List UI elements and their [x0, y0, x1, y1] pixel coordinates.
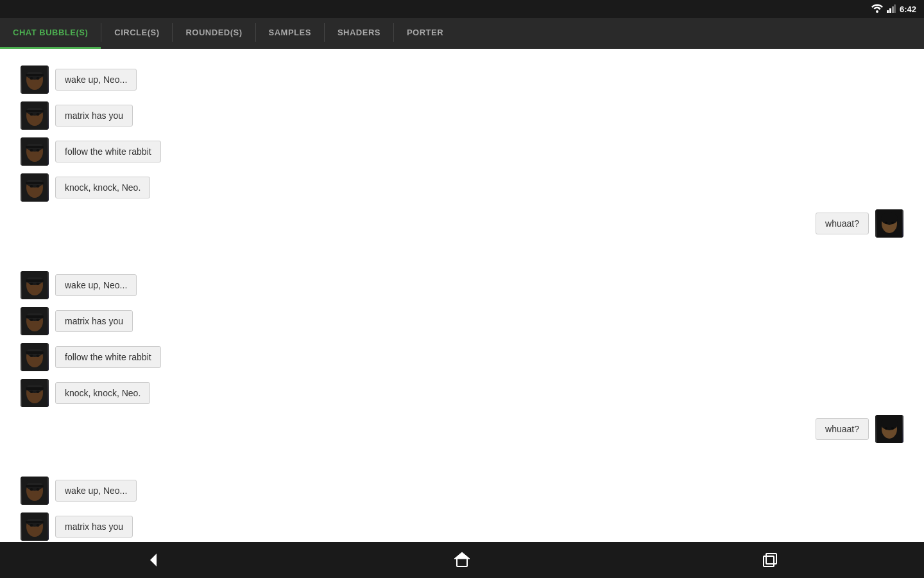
spacer-1 [0, 252, 924, 262]
svg-point-56 [37, 355, 40, 357]
svg-point-22 [30, 149, 33, 152]
avatar-morpheus-7 [21, 343, 49, 371]
tab-chat-bubbles[interactable]: CHAT BUBBLE(S) [0, 18, 101, 49]
svg-rect-32 [26, 182, 44, 184]
svg-point-82 [37, 524, 40, 527]
svg-point-9 [37, 77, 40, 80]
chat-group-1: wake up, Neo... matrix has you [0, 57, 924, 247]
wifi-icon [871, 4, 883, 15]
svg-point-42 [37, 283, 40, 285]
tab-bar: CHAT BUBBLE(S) CIRCLE(S) ROUNDED(S) SAMP… [0, 18, 924, 49]
chat-group-2: wake up, Neo... matrix has you [0, 262, 924, 452]
svg-rect-58 [26, 351, 44, 354]
avatar-morpheus-9 [21, 477, 49, 505]
svg-point-35 [881, 212, 898, 225]
svg-point-63 [37, 390, 40, 393]
main-content: wake up, Neo... matrix has you [0, 49, 924, 542]
avatar-morpheus-4 [21, 173, 49, 202]
svg-rect-65 [26, 387, 44, 390]
tab-porter[interactable]: PORTER [394, 18, 456, 49]
tab-samples[interactable]: SAMPLES [256, 18, 324, 49]
bubble-msg4: knock, knock, Neo. [55, 177, 150, 198]
status-bar: 6:42 [0, 0, 924, 18]
recent-apps-button[interactable] [748, 546, 792, 574]
svg-point-16 [37, 113, 40, 116]
bottom-nav [0, 542, 924, 578]
row-msg6: matrix has you [10, 303, 914, 339]
bubble-msg7: follow the white rabbit [55, 346, 161, 368]
svg-point-81 [30, 524, 33, 527]
svg-point-48 [30, 319, 33, 321]
bubble-msg10: matrix has you [55, 516, 133, 538]
avatar-morpheus-6 [21, 307, 49, 335]
status-icons: 6:42 [871, 4, 916, 15]
svg-rect-96 [766, 554, 776, 564]
avatar-morpheus-1 [21, 66, 49, 94]
svg-point-29 [30, 185, 33, 188]
tab-shaders[interactable]: SHADERS [325, 18, 393, 49]
row-msg8: knock, knock, Neo. [10, 375, 914, 411]
bubble-msg8: knock, knock, Neo. [55, 382, 150, 404]
row-msg4: knock, knock, Neo. [10, 170, 914, 206]
row-msg3: follow the white rabbit [10, 134, 914, 170]
row-msg1: wake up, Neo... [10, 62, 914, 98]
svg-rect-3 [892, 6, 894, 13]
signal-icon [887, 4, 896, 15]
home-button[interactable] [440, 546, 484, 574]
svg-point-69 [885, 427, 887, 430]
svg-rect-1 [887, 10, 889, 13]
svg-rect-4 [894, 4, 896, 13]
tab-rounded[interactable]: ROUNDED(S) [173, 18, 255, 49]
svg-point-37 [891, 222, 894, 224]
row-msg5: wake up, Neo... [10, 267, 914, 303]
row-msg10: matrix has you [10, 509, 914, 542]
status-time: 6:42 [900, 4, 916, 14]
svg-point-36 [885, 222, 887, 224]
svg-rect-84 [26, 521, 44, 523]
bubble-msg2: matrix has you [55, 105, 133, 127]
avatar-morpheus-3 [21, 137, 49, 166]
svg-rect-51 [26, 315, 44, 318]
svg-point-23 [37, 149, 40, 152]
bubble-msg5: wake up, Neo... [55, 274, 137, 296]
svg-point-8 [30, 77, 33, 80]
svg-point-74 [30, 488, 33, 491]
svg-point-62 [30, 390, 33, 393]
svg-rect-18 [26, 110, 44, 112]
svg-rect-11 [26, 74, 44, 76]
bubble-msg3: follow the white rabbit [55, 141, 161, 162]
row-msg9: wake up, Neo... [10, 473, 914, 509]
row-reply2: whuaat? [10, 411, 914, 447]
svg-rect-77 [26, 485, 44, 487]
chat-group-3: wake up, Neo... matrix has you [0, 468, 924, 542]
svg-point-30 [37, 185, 40, 188]
svg-point-68 [881, 417, 898, 430]
svg-point-15 [30, 113, 33, 116]
svg-marker-92 [150, 554, 157, 566]
svg-point-41 [30, 283, 33, 285]
svg-rect-2 [889, 8, 891, 13]
svg-point-55 [30, 355, 33, 357]
row-reply1: whuaat? [10, 206, 914, 241]
bubble-msg1: wake up, Neo... [55, 69, 137, 91]
bubble-msg9: wake up, Neo... [55, 480, 137, 502]
avatar-neo-1 [875, 209, 903, 238]
svg-marker-94 [454, 552, 470, 559]
svg-rect-95 [764, 556, 774, 566]
bubble-msg6: matrix has you [55, 310, 133, 332]
svg-rect-25 [26, 146, 44, 148]
svg-point-49 [37, 319, 40, 321]
row-msg2: matrix has you [10, 98, 914, 134]
svg-rect-44 [26, 279, 44, 282]
svg-point-0 [876, 10, 878, 13]
row-msg7: follow the white rabbit [10, 339, 914, 375]
avatar-morpheus-5 [21, 271, 49, 299]
bubble-reply1: whuaat? [816, 213, 869, 234]
tab-circles[interactable]: CIRCLE(S) [101, 18, 172, 49]
bubble-reply2: whuaat? [816, 418, 869, 440]
avatar-morpheus-10 [21, 512, 49, 541]
svg-point-75 [37, 488, 40, 491]
avatar-morpheus-2 [21, 101, 49, 130]
svg-point-70 [891, 427, 894, 430]
back-button[interactable] [132, 546, 176, 574]
